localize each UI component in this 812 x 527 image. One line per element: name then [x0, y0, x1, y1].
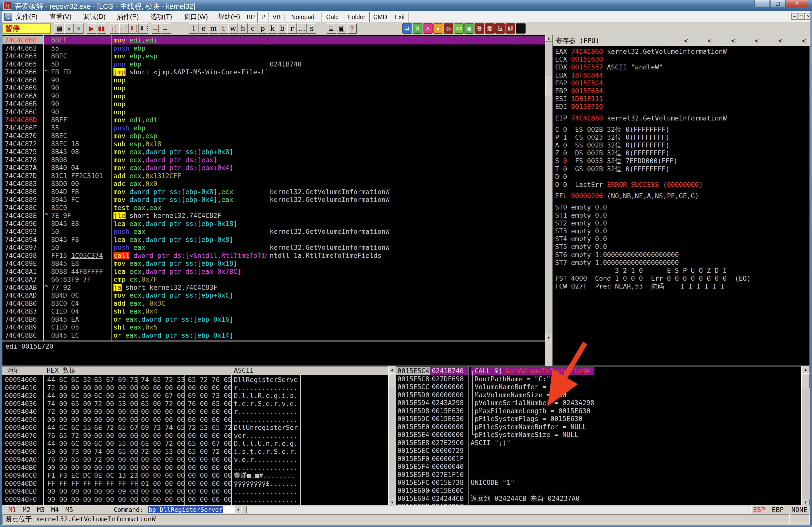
- column-divider[interactable]: [43, 35, 44, 341]
- dump-row[interactable]: 0009409069 00 73 0074 00 65 0072 00 53 0…: [2, 448, 388, 456]
- dump-row[interactable]: 0009407076 65 72 0000 00 00 0000 00 00 0…: [2, 432, 388, 440]
- animate-over-button[interactable]: ⇓⋮: [139, 23, 148, 34]
- register-row[interactable]: EDI 0015E720: [555, 103, 810, 111]
- panel-button-t[interactable]: t: [219, 23, 228, 34]
- registers-collapse-icon[interactable]: <: [798, 35, 810, 46]
- disasm-row[interactable]: 74C4C87283EC 18sub esp,0x18: [2, 140, 545, 148]
- disasm-row[interactable]: 74C4C88C85C0test eax,eax: [2, 204, 545, 212]
- info-row[interactable]: │pVolumeSerialNumber = 0243A298: [469, 399, 801, 407]
- plugin-button-vb[interactable]: VB: [269, 12, 284, 22]
- menu-item[interactable]: 查看(V): [49, 11, 71, 22]
- disasm-row[interactable]: 74C4C88383D0 00adc eax,0x0: [2, 180, 545, 188]
- dump-row[interactable]: 000940D0FF FF FF FFFF FF FF FF01 00 00 0…: [2, 480, 388, 488]
- info-row[interactable]: │VolumeNameBuffer = NULL: [469, 383, 801, 391]
- disasm-row[interactable]: 74C4C8638BECmov ebp,esp: [2, 52, 545, 60]
- panel-button-p[interactable]: p: [258, 23, 267, 34]
- register-row[interactable]: FCW 027F Prec NEAR,53 掩码 1 1 1 1 1 1: [555, 282, 810, 290]
- info-row[interactable]: │pMaxFilenameLength = 0015E630: [469, 407, 801, 415]
- register-row[interactable]: P 1 CS 0023 32位 0(FFFFFFFF): [555, 134, 810, 141]
- scroll-up-icon[interactable]: ▲: [545, 35, 552, 42]
- disasm-row[interactable]: 74C4C8AD8B4D 0Cmov ecx,dword ptr ss:[ebp…: [2, 291, 545, 300]
- disasm-row[interactable]: 74C4C8B083C0 C4add eax,-0x3C: [2, 300, 545, 308]
- register-row[interactable]: ST0 empty 0.0: [555, 204, 810, 211]
- register-row[interactable]: O 0 LastErr ERROR_SUCCESS (00000000): [555, 181, 810, 189]
- jie-icon[interactable]: 解: [506, 23, 515, 34]
- registers-pane[interactable]: 寄存器 (FPU) <<<<<< EAX 74C4C860 kernel32.G…: [552, 35, 810, 366]
- disasm-row[interactable]: 74C4C8A18D88 44F8FFFFlea ecx,dword ptr d…: [2, 268, 545, 276]
- register-row[interactable]: EDX 0015E557 ASCII "andleW": [555, 63, 810, 71]
- disassembly-pane[interactable]: 74C4C8608BFFmov edi,edi74C4C86255push eb…: [2, 35, 545, 341]
- dump-row[interactable]: 0009403074 00 65 0072 00 53 0065 00 72 0…: [2, 400, 388, 408]
- dump-row[interactable]: 000940E000 00 00 0000 00 09 0000 00 00 0…: [2, 487, 388, 496]
- disasm-row[interactable]: 74C4C898FF15 1C05C374call dword ptr ds:[…: [2, 252, 545, 260]
- register-row[interactable]: EBP 0015E634: [555, 87, 810, 95]
- dump-row[interactable]: 000940B000 00 00 0000 00 00 0000 00 00 0…: [2, 464, 388, 472]
- window-icon[interactable]: ▦: [464, 23, 474, 34]
- info-row[interactable]: [469, 455, 801, 463]
- register-row[interactable]: ST6 empty 1.0000000000000000000: [555, 251, 810, 259]
- register-row[interactable]: A 0 SS 002B 32位 0(FFFFFFFF): [555, 141, 810, 149]
- plugin-button-bp[interactable]: BP: [244, 12, 258, 22]
- disasm-row[interactable]: 74C4C8908D45 E8lea eax,dword ptr ss:[ebp…: [2, 220, 545, 228]
- disasm-row[interactable]: 74C4C86A90nop: [2, 92, 545, 100]
- disasm-row[interactable]: 74C4C8AB^77 92ja short kernel32.74C4C83F: [2, 284, 545, 292]
- execute-till-return-button[interactable]: →▏: [152, 23, 161, 34]
- tab-m4[interactable]: M4: [48, 507, 62, 513]
- dump-row[interactable]: 0009400044 6C 6C 5265 67 69 7374 65 72 5…: [2, 376, 388, 384]
- scroll-thumb[interactable]: [389, 373, 396, 388]
- column-divider[interactable]: [231, 366, 232, 506]
- plugin-button-folder[interactable]: Folder: [344, 12, 369, 22]
- disasm-row[interactable]: 74C4C89E8B45 E8mov eax,dword ptr ss:[ebp…: [2, 259, 545, 268]
- register-row[interactable]: ST3 empty 0.0: [555, 227, 810, 235]
- column-divider[interactable]: [43, 366, 44, 506]
- info-row[interactable]: [469, 447, 801, 455]
- panel-button-h[interactable]: h: [238, 23, 248, 34]
- stack-row[interactable]: 0015E5DC0015E630: [396, 415, 468, 423]
- target-icon[interactable]: ◎: [444, 23, 453, 34]
- register-row[interactable]: 3 2 1 0 E S P U O Z D I: [555, 267, 810, 274]
- info-row[interactable]: ┌CALL 到 GetVolumeInformationW: [469, 367, 801, 375]
- register-row[interactable]: EAX 74C4C860 kernel32.GetVolumeInformati…: [555, 48, 810, 56]
- tab-m3[interactable]: M3: [34, 507, 48, 513]
- stack-row[interactable]: 0015E5C8027DF698: [396, 375, 468, 383]
- panel-button-c[interactable]: c: [248, 23, 257, 34]
- disasm-row[interactable]: 74C4C8898945 FCmov dword ptr ss:[ebp-0x4…: [2, 196, 545, 204]
- panel-button-b[interactable]: b: [277, 23, 287, 34]
- command-input[interactable]: bp DllRegisterServer ▼: [148, 506, 242, 513]
- tab-m1[interactable]: M1: [5, 507, 19, 513]
- dump-row[interactable]: 0009405000 00 00 0000 00 00 0000 00 00 0…: [2, 416, 388, 424]
- register-row[interactable]: S 0 FS 0053 32位 7EFDD000(FFF): [555, 157, 810, 165]
- disasm-row[interactable]: 74C4C89350push eaxkernel32.GetVolumeInfo…: [2, 228, 545, 236]
- disasm-row[interactable]: 74C4C89750push eaxkernel32.GetVolumeInfo…: [2, 244, 545, 252]
- go-to-button[interactable]: →⋮: [162, 23, 171, 34]
- menu-item[interactable]: 选项(T): [150, 11, 172, 22]
- register-row[interactable]: ST4 empty 0.0: [555, 235, 810, 243]
- indicator-esp[interactable]: ESP: [753, 507, 765, 513]
- assemble-icon[interactable]: A: [423, 23, 433, 34]
- info-row[interactable]: [469, 471, 801, 479]
- updown-icon[interactable]: ⇅: [412, 23, 422, 34]
- scroll-down-icon[interactable]: ▼: [545, 334, 552, 341]
- column-divider[interactable]: [300, 366, 301, 506]
- disasm-row[interactable]: 74C4C8B3C1E0 04shl eax,0x4: [2, 307, 545, 316]
- plugin-button-notepad[interactable]: Notepad: [285, 12, 321, 22]
- ai-icon[interactable]: 爱: [485, 23, 495, 34]
- panel-button-dotdotdot[interactable]: ...: [297, 23, 306, 34]
- disasm-row[interactable]: 74C4C87A8B40 04mov eax,dword ptr ds:[eax…: [2, 164, 545, 172]
- info-row[interactable]: │pFileSystemFlags = 0015E630: [469, 415, 801, 423]
- disasm-row[interactable]: 74C4C86B90nop: [2, 100, 545, 108]
- disasm-row[interactable]: 74C4C8BC0B45 ECor eax,dword ptr ss:[ebp-…: [2, 331, 545, 340]
- disasm-row[interactable]: 74C4C8788B08mov ecx,dword ptr ds:[eax]: [2, 156, 545, 164]
- call-info-pane[interactable]: ┌CALL 到 GetVolumeInformationW│RootPathNa…: [468, 366, 802, 506]
- mdi-minimize-icon[interactable]: –: [792, 13, 798, 20]
- register-row[interactable]: FST 4000 Cond 1 0 0 0 Err 0 0 0 0 0 0 0 …: [555, 274, 810, 282]
- column-divider[interactable]: [185, 375, 185, 506]
- record-icon[interactable]: ●: [433, 23, 443, 34]
- column-divider[interactable]: [268, 35, 268, 341]
- disasm-row[interactable]: 74C4C8608BFFmov edi,edi: [2, 36, 545, 44]
- minimize-button[interactable]: –: [755, 0, 770, 7]
- info-row[interactable]: [469, 487, 801, 495]
- scroll-thumb[interactable]: [545, 77, 552, 96]
- info-row[interactable]: │pFileSystemNameBuffer = NULL: [469, 423, 801, 431]
- dump-row[interactable]: 0009406044 6C 6C 556E 72 65 6769 73 74 6…: [2, 424, 388, 432]
